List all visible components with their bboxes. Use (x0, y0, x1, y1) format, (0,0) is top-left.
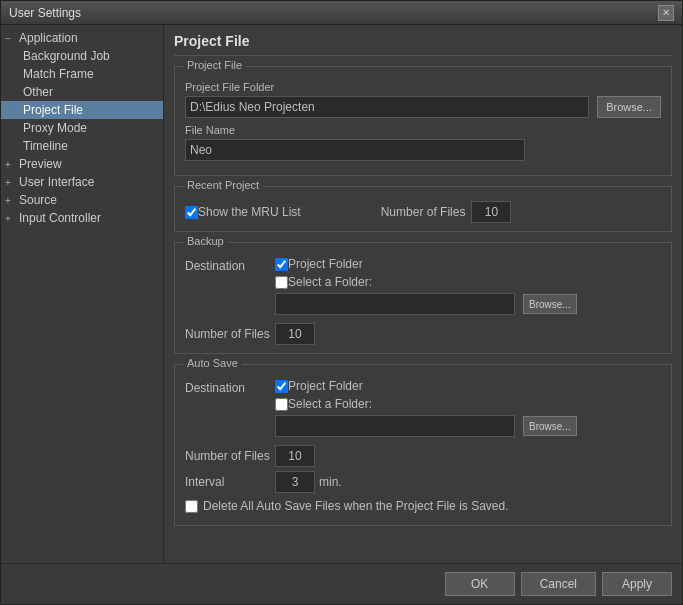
user-settings-dialog: User Settings ✕ − Application Background… (0, 0, 683, 605)
filename-input[interactable] (185, 139, 525, 161)
sidebar-label-other: Other (23, 85, 53, 99)
autosave-destination-row: Destination Project Folder Select a Fold… (185, 379, 661, 441)
sidebar: − Application Background Job Match Frame… (1, 25, 164, 563)
show-mru-checkbox[interactable] (185, 206, 198, 219)
recent-project-section: Recent Project Show the MRU List Number … (174, 186, 672, 232)
autosave-project-folder-row: Project Folder (275, 379, 577, 393)
title-bar: User Settings ✕ (1, 1, 682, 25)
sidebar-item-preview[interactable]: + Preview (1, 155, 163, 173)
num-files-label-recent: Number of Files (381, 205, 466, 219)
sidebar-item-background-job[interactable]: Background Job (1, 47, 163, 65)
backup-folder-browse-row: Browse... (275, 293, 577, 315)
ok-button[interactable]: OK (445, 572, 515, 596)
sidebar-item-source[interactable]: + Source (1, 191, 163, 209)
sidebar-item-input-controller[interactable]: + Input Controller (1, 209, 163, 227)
backup-num-files-row: Number of Files (185, 323, 661, 345)
folder-row: Browse... (185, 96, 661, 118)
delete-autosave-label[interactable]: Delete All Auto Save Files when the Proj… (203, 499, 509, 513)
backup-folder-input[interactable] (275, 293, 515, 315)
delete-autosave-row: Delete All Auto Save Files when the Proj… (185, 499, 661, 513)
backup-section: Backup Destination Project Folder Select… (174, 242, 672, 354)
sidebar-label-project-file: Project File (23, 103, 83, 117)
autosave-project-folder-checkbox[interactable] (275, 380, 288, 393)
main-panel: Project File Project File Project File F… (164, 25, 682, 563)
expand-icon-user-interface: + (5, 177, 19, 188)
backup-browse-button[interactable]: Browse... (523, 294, 577, 314)
autosave-browse-button[interactable]: Browse... (523, 416, 577, 436)
autosave-select-folder-checkbox[interactable] (275, 398, 288, 411)
backup-num-files-input[interactable] (275, 323, 315, 345)
sidebar-item-proxy-mode[interactable]: Proxy Mode (1, 119, 163, 137)
autosave-interval-input[interactable] (275, 471, 315, 493)
expand-icon-source: + (5, 195, 19, 206)
autosave-destination-label: Destination (185, 379, 275, 395)
filename-field-group: File Name (185, 124, 661, 161)
sidebar-label-input-controller: Input Controller (19, 211, 101, 225)
expand-icon-preview: + (5, 159, 19, 170)
sidebar-item-match-frame[interactable]: Match Frame (1, 65, 163, 83)
folder-input[interactable] (185, 96, 589, 118)
cancel-button[interactable]: Cancel (521, 572, 596, 596)
panel-title: Project File (174, 33, 672, 56)
folder-label: Project File Folder (185, 81, 661, 93)
backup-dest-options: Project Folder Select a Folder: Browse..… (275, 257, 577, 319)
backup-project-folder-label[interactable]: Project Folder (288, 257, 363, 271)
sidebar-item-project-file[interactable]: Project File (1, 101, 163, 119)
expand-icon-application: − (5, 33, 19, 44)
sidebar-label-proxy-mode: Proxy Mode (23, 121, 87, 135)
recent-project-row: Show the MRU List Number of Files (185, 201, 661, 223)
project-file-section-title: Project File (183, 59, 246, 71)
sidebar-label-timeline: Timeline (23, 139, 68, 153)
delete-autosave-checkbox[interactable] (185, 500, 198, 513)
num-files-input-recent[interactable] (471, 201, 511, 223)
show-mru-label[interactable]: Show the MRU List (198, 205, 301, 219)
sidebar-item-other[interactable]: Other (1, 83, 163, 101)
autosave-num-files-label: Number of Files (185, 449, 275, 463)
close-button[interactable]: ✕ (658, 5, 674, 21)
sidebar-label-preview: Preview (19, 157, 62, 171)
autosave-folder-browse-row: Browse... (275, 415, 577, 437)
backup-project-folder-checkbox[interactable] (275, 258, 288, 271)
apply-button[interactable]: Apply (602, 572, 672, 596)
backup-select-folder-label[interactable]: Select a Folder: (288, 275, 372, 289)
autosave-num-files-input[interactable] (275, 445, 315, 467)
backup-select-folder-checkbox[interactable] (275, 276, 288, 289)
expand-icon-input-controller: + (5, 213, 19, 224)
recent-project-section-title: Recent Project (183, 179, 263, 191)
auto-save-section: Auto Save Destination Project Folder Sel… (174, 364, 672, 526)
interval-unit: min. (319, 475, 342, 489)
sidebar-label-user-interface: User Interface (19, 175, 94, 189)
backup-num-files-label: Number of Files (185, 327, 275, 341)
backup-section-title: Backup (183, 235, 228, 247)
sidebar-item-timeline[interactable]: Timeline (1, 137, 163, 155)
project-file-section: Project File Project File Folder Browse.… (174, 66, 672, 176)
backup-destination-label: Destination (185, 257, 275, 273)
autosave-num-files-row: Number of Files (185, 445, 661, 467)
sidebar-label-match-frame: Match Frame (23, 67, 94, 81)
backup-destination-row: Destination Project Folder Select a Fold… (185, 257, 661, 319)
sidebar-label-application: Application (19, 31, 78, 45)
dialog-title: User Settings (9, 6, 81, 20)
folder-field-group: Project File Folder Browse... (185, 81, 661, 118)
autosave-project-folder-label[interactable]: Project Folder (288, 379, 363, 393)
sidebar-item-user-interface[interactable]: + User Interface (1, 173, 163, 191)
bottom-bar: OK Cancel Apply (1, 563, 682, 604)
autosave-folder-input[interactable] (275, 415, 515, 437)
filename-label: File Name (185, 124, 661, 136)
autosave-select-folder-row: Select a Folder: (275, 397, 577, 411)
content-area: − Application Background Job Match Frame… (1, 25, 682, 563)
autosave-interval-label: Interval (185, 475, 275, 489)
autosave-dest-options: Project Folder Select a Folder: Browse..… (275, 379, 577, 441)
folder-browse-button[interactable]: Browse... (597, 96, 661, 118)
autosave-select-folder-label[interactable]: Select a Folder: (288, 397, 372, 411)
sidebar-label-source: Source (19, 193, 57, 207)
sidebar-label-background-job: Background Job (23, 49, 110, 63)
autosave-interval-row: Interval min. (185, 471, 661, 493)
backup-project-folder-row: Project Folder (275, 257, 577, 271)
sidebar-item-application[interactable]: − Application (1, 29, 163, 47)
auto-save-section-title: Auto Save (183, 357, 242, 369)
backup-select-folder-row: Select a Folder: (275, 275, 577, 289)
